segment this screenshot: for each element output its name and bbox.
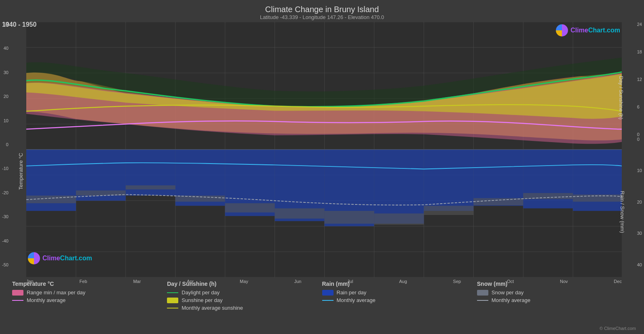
snow-avg-line [477,300,488,301]
legend-sunshine-day-label: Sunshine per day [182,297,222,303]
legend-temp-avg: Monthly average [12,297,167,303]
legend-rain-day-label: Rain per day [337,289,367,296]
chart-header: Climate Change in Bruny Island Latitude … [0,0,644,22]
legend-snow: Snow (mm) Snow per day Monthly average [477,281,632,332]
svg-rect-44 [424,206,473,215]
svg-rect-42 [325,211,374,224]
logo-text-bottom: ClimeChart.com [42,255,92,262]
rain-avg-line [322,300,334,301]
legend-snow-avg-label: Monthly average [492,297,530,303]
left-y-ticks: 50 40 30 20 10 0 -10 -20 -30 -40 -50 [2,22,8,267]
legend-sunshine-day: Sunshine per day [167,297,322,303]
legend-temp-range: Range min / max per day [12,289,167,296]
logo-top-right: ClimeChart.com [556,24,620,36]
main-container: Climate Change in Bruny Island Latitude … [0,0,644,334]
legend-snow-day-label: Snow per day [492,289,524,296]
y-axis-left-label: Temperature °C [18,153,24,189]
legend-sunshine: Day / Sunshine (h) Daylight per day Suns… [167,281,322,332]
svg-rect-40 [225,203,275,213]
svg-rect-31 [374,150,424,224]
svg-rect-32 [424,150,473,211]
temp-avg-line [12,300,23,301]
legend-sunshine-avg-label: Monthly average sunshine [182,305,243,311]
legend-daylight-label: Daylight per day [182,289,220,296]
y-axis-right-sunshine-label: Day / Sunshine (h) [619,76,625,120]
legend-rain: Rain (mm) Rain per day Monthly average [322,281,477,332]
legend-snow-avg: Monthly average [477,297,632,303]
year-range: 1940 - 1950 [2,21,36,28]
chart-svg [26,22,622,277]
svg-rect-43 [374,213,424,225]
sunshine-avg-line [167,308,178,308]
sunshine-swatch [167,298,178,303]
legend-temp: Temperature °C Range min / max per day M… [12,281,167,332]
legend-temp-avg-label: Monthly average [27,297,65,303]
svg-rect-37 [76,190,126,196]
legend-temp-range-label: Range min / max per day [27,289,85,296]
legend-rain-avg-label: Monthly average [337,297,376,303]
svg-rect-41 [275,208,325,219]
copyright: © ClimeChart.com [600,326,636,331]
y-axis-right-rain-label: Rain / Snow (mm) [619,191,625,233]
legend-sunshine-avg: Monthly average sunshine [167,305,322,311]
legend-area: Temperature °C Range min / max per day M… [0,277,644,334]
legend-rain-avg: Monthly average [322,297,477,303]
temp-range-swatch [12,290,23,296]
svg-rect-38 [126,185,175,189]
legend-snow-day: Snow per day [477,289,632,296]
right-y-ticks-bottom: 0 10 20 30 40 [637,137,642,267]
daylight-line [167,292,178,293]
svg-rect-34 [523,150,573,208]
logo-bottom-left: ClimeChart.com [28,252,92,264]
legend-daylight: Daylight per day [167,289,322,296]
legend-rain-day: Rain per day [322,289,477,296]
x-axis-months: Jan Feb Mar Apr May Jun Jul Aug Sep Oct … [26,278,622,285]
logo-text-top: ClimeChart.com [570,27,620,34]
svg-rect-33 [473,150,523,206]
chart-subtitle: Latitude -43.339 - Longitude 147.26 - El… [0,14,644,20]
rain-swatch [322,290,334,296]
chart-title: Climate Change in Bruny Island [0,5,644,14]
snow-swatch [477,290,488,296]
right-y-ticks-top: 24 18 12 6 0 [637,22,642,137]
